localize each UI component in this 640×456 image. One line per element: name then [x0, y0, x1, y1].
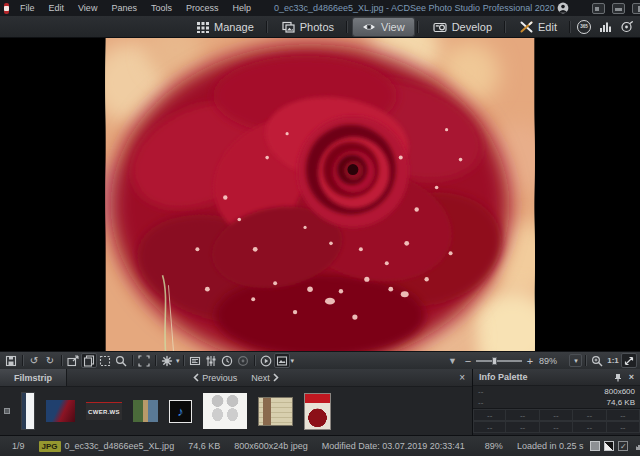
resize-grip-icon[interactable] — [636, 442, 640, 450]
tab-manage-label: Manage — [214, 21, 254, 33]
fit-image-button[interactable] — [621, 353, 637, 368]
filmstrip-panel: Filmstrip Previous Next × — [0, 369, 472, 435]
actual-size-button[interactable]: 1:1 — [605, 353, 621, 368]
pin-icon[interactable] — [614, 373, 622, 382]
save-as-button[interactable] — [3, 353, 19, 368]
menu-panes[interactable]: Panes — [104, 0, 144, 16]
tab-photos[interactable]: Photos — [273, 18, 343, 36]
marquee-select-button[interactable] — [97, 353, 113, 368]
pane-layout-bottom-button[interactable] — [612, 3, 625, 14]
info-palette-panel: Info Palette × -- 800x600 -- 74,6 KB -- … — [472, 369, 640, 435]
contrast-background-toggle-icon[interactable] — [604, 441, 614, 451]
pane-bottom-icon — [615, 8, 622, 11]
chevron-left-icon — [193, 373, 199, 382]
thumbnail-cwer-banner[interactable]: CWER.WS — [86, 402, 122, 420]
sync-view-button[interactable] — [235, 353, 251, 368]
thumbnail-rose-selected[interactable] — [4, 408, 10, 414]
info-palette-close-button[interactable]: × — [629, 372, 634, 382]
toolbar-separator — [155, 355, 156, 366]
info-cell[interactable]: -- — [473, 421, 506, 433]
filmstrip-close-button[interactable]: × — [459, 372, 465, 383]
menu-process[interactable]: Process — [179, 0, 226, 16]
zoom-slider[interactable] — [476, 360, 522, 362]
slideshow-dropdown-caret[interactable]: ▾ — [291, 357, 295, 365]
acdsee-365-button[interactable]: 365 — [577, 20, 591, 34]
rotate-left-button[interactable]: ↺ — [26, 353, 42, 368]
info-cell[interactable]: -- — [607, 421, 640, 433]
info-label-placeholder: -- — [478, 387, 483, 396]
toolbar-separator — [132, 355, 133, 366]
acdsee-app-icon[interactable] — [4, 3, 9, 14]
auto-advance-button[interactable] — [219, 353, 235, 368]
tab-edit[interactable]: Edit — [511, 18, 566, 36]
filmstrip-header: Filmstrip Previous Next × — [0, 369, 472, 387]
slideshow-play-button[interactable] — [258, 353, 274, 368]
thumbnail-magazine[interactable] — [304, 393, 331, 430]
info-cell[interactable]: -- — [540, 421, 573, 433]
bar-chart-icon — [599, 21, 612, 33]
info-cell[interactable]: -- — [540, 409, 573, 421]
zoom-slider-handle[interactable] — [492, 357, 497, 365]
next-button[interactable]: Next — [247, 373, 283, 383]
account-icon[interactable] — [555, 2, 571, 14]
save-icon — [5, 355, 17, 367]
filmstrip-tab[interactable]: Filmstrip — [0, 369, 67, 386]
toolbar-separator — [585, 355, 586, 366]
thumbnail-poster[interactable] — [46, 400, 75, 422]
tab-develop[interactable]: Develop — [424, 18, 501, 36]
menu-help[interactable]: Help — [225, 0, 258, 16]
copy-button[interactable] — [81, 353, 97, 368]
sync-button[interactable] — [620, 21, 633, 33]
previous-button[interactable]: Previous — [189, 373, 241, 383]
info-palette-title: Info Palette — [479, 372, 528, 382]
effects-dropdown-caret[interactable]: ▾ — [176, 357, 180, 365]
tab-view-label: View — [381, 21, 405, 33]
sync-circle-icon — [237, 355, 249, 367]
thumbnail-id-card[interactable] — [258, 397, 293, 426]
pane-layout-left-button[interactable] — [592, 3, 605, 14]
next-label: Next — [251, 373, 270, 383]
image-viewer-canvas[interactable] — [0, 38, 640, 351]
toolbar-separator — [22, 355, 23, 366]
menu-edit[interactable]: Edit — [42, 0, 72, 16]
info-cell[interactable]: -- — [506, 409, 539, 421]
thumbnail-collage[interactable] — [133, 400, 158, 422]
zoom-lock-button[interactable] — [589, 353, 605, 368]
tab-view[interactable]: View — [353, 18, 414, 36]
properties-button[interactable] — [187, 353, 203, 368]
tab-separator — [417, 21, 418, 33]
menu-view[interactable]: View — [71, 0, 104, 16]
zoom-out-button[interactable]: − — [463, 355, 473, 367]
thumbnail-handshake[interactable] — [203, 393, 247, 429]
thumbnail-screenshot[interactable] — [21, 392, 35, 430]
develop-settings-button[interactable] — [203, 353, 219, 368]
menu-file[interactable]: File — [13, 0, 42, 16]
dashboard-button[interactable] — [599, 21, 612, 33]
effects-button[interactable] — [159, 353, 175, 368]
tab-separator — [569, 21, 570, 33]
zoom-tool-button[interactable] — [113, 353, 129, 368]
previous-label: Previous — [202, 373, 237, 383]
status-filesize: 74,6 KB — [181, 441, 227, 451]
thumbnail-music-note[interactable]: ♪ — [169, 400, 192, 423]
zoom-menu-button[interactable]: ▾ — [569, 354, 582, 367]
checked-checkbox-icon[interactable]: ✓ — [618, 441, 628, 451]
info-cell[interactable]: -- — [607, 409, 640, 421]
tab-manage[interactable]: Manage — [188, 18, 263, 36]
rotate-right-button[interactable]: ↻ — [42, 353, 58, 368]
zoom-in-button[interactable]: + — [525, 355, 535, 367]
zoom-presets-dropdown[interactable]: ▼ — [448, 356, 457, 366]
info-filesize-value: 74,6 KB — [607, 398, 635, 407]
info-cell[interactable]: -- — [573, 409, 606, 421]
info-cell[interactable]: -- — [506, 421, 539, 433]
external-editor-button[interactable] — [65, 353, 81, 368]
full-screen-button[interactable] — [136, 353, 152, 368]
info-cell[interactable]: -- — [473, 409, 506, 421]
auto-slideshow-button[interactable] — [274, 353, 290, 368]
solid-background-toggle-icon[interactable] — [590, 441, 600, 451]
tab-develop-label: Develop — [452, 21, 492, 33]
status-filename: 0_ec33c_d4866ee5_XL.jpg — [65, 441, 175, 451]
info-cell[interactable]: -- — [573, 421, 606, 433]
pane-layout-right-button[interactable] — [632, 3, 640, 14]
menu-tools[interactable]: Tools — [144, 0, 179, 16]
